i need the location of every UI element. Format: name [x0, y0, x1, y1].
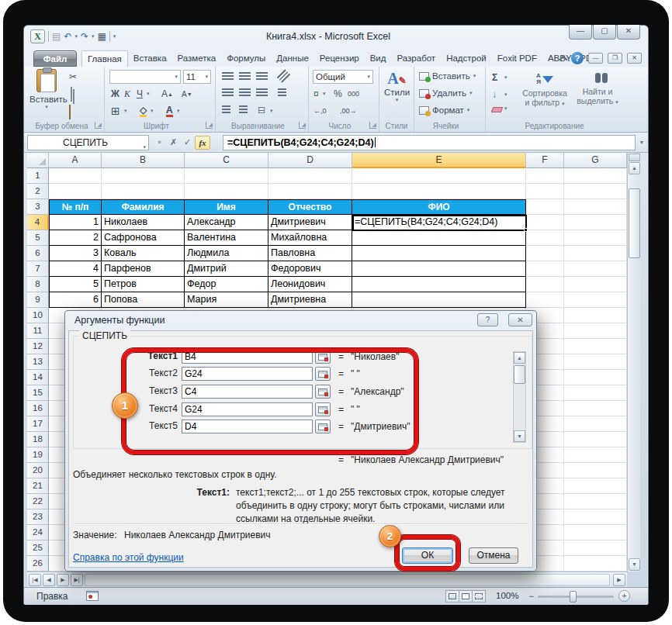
grid-cell-G25[interactable] — [564, 540, 627, 556]
grid-cell-D7[interactable]: Федорович — [268, 261, 352, 277]
format-cells-button[interactable]: Формат▾ — [419, 105, 469, 115]
font-name-combo[interactable]: ▾ — [109, 70, 181, 84]
ok-button[interactable]: ОК — [402, 547, 453, 564]
row-header-16[interactable]: 16 — [27, 401, 49, 416]
align-center-icon[interactable] — [239, 88, 251, 96]
grid-cell-G23[interactable] — [564, 509, 627, 525]
workbook-restore-button[interactable]: ❐ — [608, 53, 622, 64]
borders-dropdown-icon[interactable]: ▾ — [124, 108, 127, 114]
fill-button[interactable]: ↓ — [492, 88, 497, 102]
next-sheet-icon[interactable]: ▶ — [57, 574, 69, 586]
row-header-2[interactable]: 2 — [27, 184, 49, 199]
copy-icon[interactable] — [71, 88, 72, 102]
argument-input-4[interactable] — [182, 402, 313, 416]
grid-cell-F5[interactable] — [526, 230, 564, 246]
dialog-scrollbar[interactable]: ▲ ▼ — [513, 351, 526, 443]
row-header-26[interactable]: 26 — [27, 556, 49, 571]
grow-font-button[interactable]: А▲ — [161, 87, 173, 101]
row-header-14[interactable]: 14 — [27, 370, 49, 385]
last-sheet-icon[interactable]: ▶| — [71, 574, 83, 586]
help-icon[interactable]: ? — [571, 52, 584, 64]
align-top-icon[interactable] — [222, 72, 234, 80]
row-header-21[interactable]: 21 — [27, 478, 49, 494]
name-box[interactable]: СЦЕПИТЬ▾ — [27, 135, 149, 150]
zoom-out-icon[interactable]: − — [528, 591, 534, 602]
grid-cell-C6[interactable]: Людмила — [185, 246, 268, 261]
align-right-icon[interactable] — [256, 88, 268, 96]
grid-cell-B9[interactable]: Попова — [102, 292, 185, 308]
sort-filter-button[interactable]: АЯ Сортировкаи фильтр ▾ — [518, 73, 571, 109]
row-header-8[interactable]: 8 — [27, 277, 49, 292]
split-handle[interactable] — [629, 154, 640, 161]
row-header-19[interactable]: 19 — [27, 447, 49, 463]
dialog-scroll-thumb[interactable] — [514, 365, 525, 384]
minimize-button[interactable]: — — [569, 25, 592, 40]
styles-dropdown-icon[interactable]: ▾ — [379, 97, 414, 103]
grid-cell-E8[interactable] — [352, 277, 526, 292]
format-painter-icon[interactable] — [69, 105, 71, 119]
grid-cell-C9[interactable]: Мария — [185, 292, 268, 308]
dialog-scroll-down-icon[interactable]: ▼ — [514, 430, 525, 442]
grid-cell-G18[interactable] — [564, 432, 627, 447]
horizontal-scrollbar[interactable]: |◀ ◀ ▶ ▶| ▶ — [27, 571, 627, 587]
column-header-A[interactable]: A — [49, 153, 102, 168]
grid-cell-A8[interactable]: 5 — [49, 277, 102, 292]
workbook-minimize-button[interactable]: — — [588, 53, 603, 64]
workbook-close-button[interactable]: ✕ — [627, 53, 642, 64]
column-header-B[interactable]: B — [102, 153, 185, 168]
range-selector-button-3[interactable] — [315, 385, 331, 399]
align-left-icon[interactable] — [222, 88, 234, 96]
grid-cell-G15[interactable] — [564, 385, 627, 401]
underline-button[interactable]: Ч — [137, 87, 143, 101]
grid-cell-E9[interactable] — [352, 292, 526, 308]
vertical-scroll-thumb[interactable] — [629, 188, 640, 258]
row-header-22[interactable]: 22 — [27, 494, 49, 509]
autosum-dropdown-icon[interactable]: ▾ — [504, 74, 507, 81]
paste-button[interactable]: Вставить ▾ — [29, 69, 64, 120]
tab-Рецензир[interactable]: Рецензир — [314, 50, 365, 67]
save-icon[interactable]: ▤ — [52, 29, 61, 43]
tab-Разметка[interactable]: Разметка — [172, 50, 222, 67]
select-all-corner[interactable] — [27, 153, 49, 168]
row-header-13[interactable]: 13 — [27, 354, 49, 370]
grid-cell-C4[interactable]: Александр — [185, 215, 268, 230]
font-color-button[interactable]: А — [166, 105, 173, 117]
merge-dropdown-icon[interactable]: ▾ — [270, 108, 273, 114]
grid-cell-F4[interactable] — [526, 215, 564, 230]
row-header-10[interactable]: 10 — [27, 308, 49, 323]
grid-cell-F7[interactable] — [526, 261, 564, 277]
grid-cell-B1[interactable] — [102, 168, 185, 184]
bold-button[interactable]: Ж — [111, 87, 120, 101]
grid-cell-G6[interactable] — [564, 246, 627, 261]
undo-dropdown-icon[interactable]: ▾ — [74, 33, 78, 40]
row-header-18[interactable]: 18 — [27, 432, 49, 447]
cell-styles-button[interactable]: A✎ Стили ▾ — [379, 70, 414, 103]
grid-cell-B7[interactable]: Парфенов — [102, 261, 185, 277]
argument-input-2[interactable] — [182, 367, 313, 381]
grid-cell-G4[interactable] — [564, 215, 627, 230]
range-selector-button-2[interactable] — [315, 367, 331, 381]
fill-color-button[interactable]: ◇ — [140, 105, 147, 117]
vertical-scrollbar[interactable]: ▲ ▼ — [627, 153, 640, 571]
grid-cell-B5[interactable]: Сафронова — [102, 230, 185, 246]
column-header-G[interactable]: G — [564, 153, 627, 168]
grid-cell-C1[interactable] — [185, 168, 268, 184]
grid-cell-G12[interactable] — [564, 339, 627, 354]
prev-sheet-icon[interactable]: ◀ — [43, 574, 55, 586]
grid-cell-D2[interactable] — [268, 184, 352, 199]
grid-cell-F9[interactable] — [526, 292, 564, 308]
grid-cell-C2[interactable] — [185, 184, 268, 199]
column-header-C[interactable]: C — [185, 153, 268, 168]
grid-cell-G7[interactable] — [564, 261, 627, 277]
grid-cell-E1[interactable] — [352, 168, 526, 184]
confirm-entry-icon[interactable]: ✓ — [181, 136, 194, 150]
number-format-combo[interactable]: Общий▾ — [313, 70, 373, 84]
decrease-indent-icon[interactable] — [222, 105, 230, 113]
grid-cell-D9[interactable]: Дмитриевна — [268, 292, 352, 308]
tab-Надстрой[interactable]: Надстрой — [441, 50, 492, 67]
row-header-15[interactable]: 15 — [27, 385, 49, 401]
row-header-11[interactable]: 11 — [27, 323, 49, 339]
percent-style-icon[interactable]: % — [334, 87, 342, 101]
grid-cell-G17[interactable] — [564, 416, 627, 432]
currency-dropdown-icon[interactable]: ▾ — [323, 91, 326, 97]
